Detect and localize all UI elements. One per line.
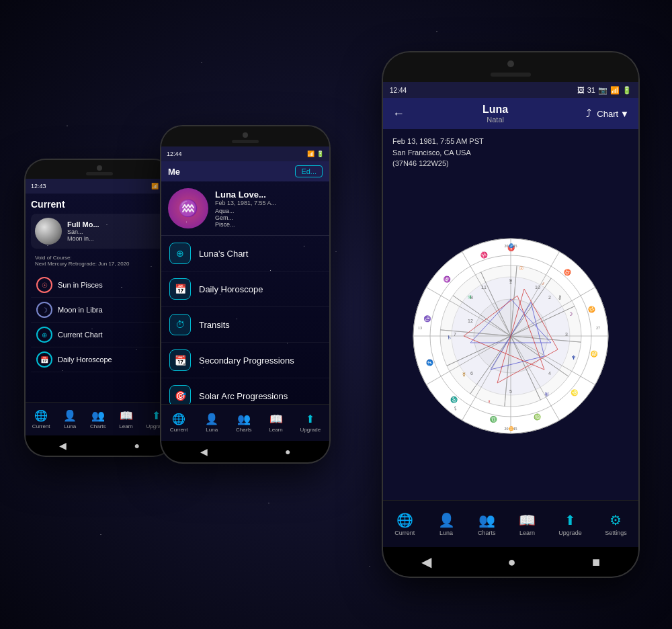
- camera-dot-left: [97, 165, 102, 171]
- svg-text:5: 5: [509, 389, 512, 394]
- nav-learn-mid[interactable]: 📖 Learn: [269, 413, 282, 433]
- phone-right-top-bar: [383, 52, 638, 82]
- back-btn-mid[interactable]: ◀: [200, 446, 208, 457]
- mid-menu-daily-horoscope[interactable]: 📅 Daily Horoscope: [161, 271, 329, 307]
- nav-luna-right[interactable]: 👤 Luna: [438, 512, 455, 536]
- svg-text:☽: ☽: [568, 311, 573, 317]
- bottom-nav-mid: 🌐 Current 👤 Luna 👥 Charts 📖 Learn ⬆: [161, 404, 329, 441]
- mid-menu-transits[interactable]: ⏱ Transits: [161, 307, 329, 343]
- astro-chart-container[interactable]: ♈ ♉ ♊ ♋ ♌ ♍ ♎ ♏ ♐ ♑ ♒ ♓: [383, 173, 638, 501]
- android-nav-right: ◀ ● ■: [383, 547, 638, 577]
- transits-label: Transits: [199, 320, 230, 330]
- right-nav-actions: ⤴ Chart ▼: [586, 108, 629, 120]
- svg-text:2: 2: [548, 295, 551, 300]
- speaker-right: [491, 73, 531, 77]
- solar-arc-icon: 🎯: [169, 385, 191, 404]
- chart-info: Feb 13, 1981, 7:55 AM PST San Francisco,…: [383, 129, 638, 173]
- android-nav-mid: ◀ ●: [161, 441, 329, 462]
- nav-charts-right[interactable]: 👥 Charts: [478, 512, 496, 536]
- nav-upgrade-mid[interactable]: ⬆ Upgrade: [300, 413, 321, 433]
- nav-settings-icon-right: ⚙: [610, 512, 622, 528]
- mid-menu-solar-arc[interactable]: 🎯 Solar Arc Progressions: [161, 378, 329, 404]
- menu-sun[interactable]: ☉ Sun in Pisces: [31, 273, 168, 298]
- secondary-progressions-icon: 📆: [169, 349, 191, 371]
- camera-dot-mid: [243, 132, 248, 138]
- svg-text:♎: ♎: [489, 415, 497, 423]
- nav-learn-icon-mid: 📖: [269, 413, 283, 425]
- back-btn-right[interactable]: ◀: [421, 554, 431, 570]
- nav-charts-mid[interactable]: 👥 Charts: [236, 413, 252, 433]
- nav-upgrade-icon-mid: ⬆: [306, 413, 314, 425]
- right-nav-title: Luna Natal: [482, 103, 508, 124]
- nav-upgrade-icon-right: ⬆: [564, 512, 576, 528]
- speaker-left: [86, 172, 113, 175]
- svg-text:7: 7: [454, 332, 456, 337]
- location-text: San...: [67, 228, 99, 235]
- share-button[interactable]: ⤴: [586, 108, 591, 120]
- android-nav-left: ◀ ●: [26, 435, 173, 456]
- nav-learn-left[interactable]: 📖 Learn: [119, 409, 132, 429]
- void-section: Void of Course: Next Mercury Retrograde:…: [31, 253, 168, 269]
- nav-learn-right[interactable]: 📖 Learn: [519, 512, 536, 536]
- home-btn-mid[interactable]: ●: [285, 446, 290, 457]
- astro-chart: ♈ ♉ ♊ ♋ ♌ ♍ ♎ ♏ ♐ ♑ ♒ ♓: [410, 235, 612, 437]
- nav-luna-icon-left: 👤: [63, 409, 77, 422]
- svg-text:☉: ☉: [519, 265, 523, 271]
- back-btn-left[interactable]: ◀: [59, 440, 67, 451]
- nav-current-icon-mid: 🌐: [172, 413, 185, 425]
- nav-current-icon-right: 🌐: [396, 512, 413, 528]
- current-chart-label: Current Chart: [58, 331, 103, 339]
- menu-moon[interactable]: ☽ Moon in Libra: [31, 298, 168, 323]
- menu-daily-horoscope-left[interactable]: 📅 Daily Horoscope: [31, 347, 168, 372]
- svg-text:⚸: ⚸: [454, 405, 458, 411]
- chart-type-label: Natal: [487, 116, 504, 124]
- nav-charts-icon-right: 👥: [478, 512, 495, 528]
- nav-charts-icon-mid: 👥: [237, 413, 251, 425]
- back-button-right[interactable]: ←: [392, 107, 405, 121]
- chart-date: Feb 13, 1981, 7:55 AM PST San Francisco,…: [392, 136, 629, 169]
- daily-horoscope-label-left: Daily Horoscope: [58, 355, 112, 364]
- status-time-left: 12:43: [31, 183, 46, 190]
- moon-image: [35, 218, 62, 245]
- nav-luna-left[interactable]: 👤 Luna: [63, 409, 77, 429]
- menu-current-chart[interactable]: ⊕ Current Chart: [31, 323, 168, 347]
- svg-text:♄: ♄: [447, 335, 452, 341]
- svg-text:20♊45: 20♊45: [505, 426, 517, 431]
- nav-current-mid[interactable]: 🌐 Current: [170, 413, 188, 433]
- nav-learn-icon-left: 📖: [120, 409, 133, 422]
- speaker-mid: [232, 140, 259, 143]
- nav-current-left[interactable]: 🌐 Current: [32, 409, 50, 429]
- chart-svg: ♈ ♉ ♊ ♋ ♌ ♍ ♎ ♏ ♐ ♑ ♒ ♓: [410, 235, 612, 437]
- moon-info: Full Mo... San... Moon in...: [67, 220, 99, 242]
- camera-dot-right: [507, 60, 514, 67]
- phone-mid: 12:44 📶 🔋 Me Ed... ♒ Luna Love...: [161, 126, 329, 462]
- nav-upgrade-right[interactable]: ⬆ Upgrade: [558, 512, 582, 536]
- svg-text:♑: ♑: [423, 314, 431, 323]
- status-time-right: 12:44: [390, 87, 407, 94]
- mid-menu-lunas-chart[interactable]: ⊕ Luna's Chart: [161, 236, 329, 271]
- moon-icon: ☽: [36, 302, 52, 318]
- lunas-chart-label: Luna's Chart: [199, 249, 248, 259]
- solar-arc-label: Solar Arc Progressions: [199, 391, 288, 401]
- svg-text:13: 13: [418, 326, 422, 330]
- nav-luna-icon-mid: 👤: [205, 413, 218, 425]
- svg-text:4: 4: [548, 371, 551, 376]
- nav-charts-left[interactable]: 👥 Charts: [90, 409, 106, 429]
- nav-current-right[interactable]: 🌐 Current: [394, 512, 415, 536]
- recent-btn-right[interactable]: ■: [592, 554, 600, 570]
- home-btn-left[interactable]: ●: [134, 440, 139, 451]
- home-btn-right[interactable]: ●: [507, 554, 515, 570]
- mid-menu-secondary-progressions[interactable]: 📆 Secondary Progressions: [161, 343, 329, 378]
- svg-text:3: 3: [565, 332, 568, 337]
- nav-settings-right[interactable]: ⚙ Settings: [605, 512, 627, 536]
- bottom-nav-right: 🌐 Current 👤 Luna 👥 Charts 📖 Learn ⬆: [383, 500, 638, 547]
- nav-luna-mid[interactable]: 👤 Luna: [205, 413, 218, 433]
- svg-text:12: 12: [468, 319, 473, 323]
- daily-horoscope-icon-mid: 📅: [169, 278, 191, 300]
- phone-mid-top-bar: [161, 126, 329, 146]
- chart-dropdown-button[interactable]: Chart ▼: [597, 109, 629, 119]
- svg-text:☿: ☿: [462, 372, 466, 378]
- sun-icon: ☉: [36, 277, 52, 293]
- void-label: Void of Course:: [35, 255, 164, 261]
- moon-label: Moon in Libra: [58, 306, 103, 314]
